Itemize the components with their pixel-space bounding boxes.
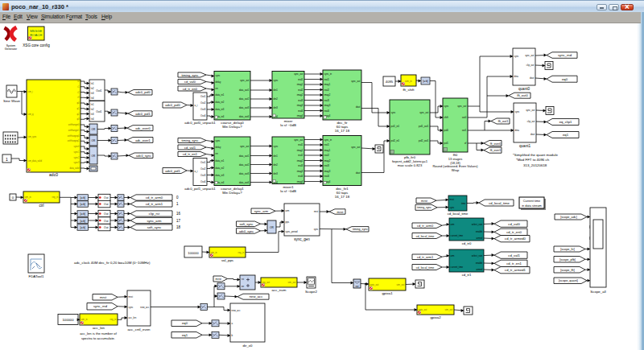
svg-text:mrst: mrst: [337, 210, 345, 214]
svg-text:1: 1: [176, 202, 179, 206]
svg-text:pol0: pol0: [444, 129, 449, 132]
svg-text:Out: Out: [104, 196, 109, 200]
svg-text:mrst: mrst: [129, 295, 134, 299]
svg-text:16_17 18: 16_17 18: [335, 195, 350, 199]
svg-text:shift: shift: [444, 116, 448, 119]
svg-text:adc0_pol1_unpack1: adc0_pol1_unpack1: [184, 187, 216, 191]
svg-text:[scope_adc]: [scope_adc]: [560, 216, 576, 219]
svg-text:eq1: eq1: [563, 133, 569, 137]
svg-text:data_in3: data_in3: [216, 174, 225, 177]
svg-text:data_out1: data_out1: [239, 89, 250, 92]
svg-text:0: 0: [176, 196, 179, 200]
svg-text:sync_out: sync_out: [240, 79, 249, 82]
svg-text:sim_out: sim_out: [445, 308, 453, 311]
svg-text:dout: dout: [530, 76, 535, 80]
svg-text:timing_sync: timing_sync: [181, 138, 198, 142]
svg-text:adc0_pol0: adc0_pol0: [135, 90, 151, 94]
svg-text:Out1: Out1: [200, 161, 206, 164]
svg-text:[a:b]: [a:b]: [80, 196, 85, 200]
svg-text:data_out1: data_out1: [239, 154, 250, 158]
svg-text:en: en: [216, 152, 219, 155]
svg-text:Out4: Out4: [200, 114, 206, 117]
svg-text:Min Delay=?: Min Delay=?: [222, 191, 242, 195]
svg-text:out0: out0: [462, 116, 467, 119]
svg-text:en: en: [242, 285, 245, 288]
svg-text:imag3: imag3: [324, 104, 331, 107]
svg-text:cd_tr_armed1: cd_tr_armed1: [505, 268, 526, 272]
svg-text:max scale 0.823: max scale 0.823: [398, 163, 423, 167]
svg-text:sync_out: sync_out: [419, 111, 428, 114]
svg-text:pol1: pol1: [444, 142, 449, 145]
svg-text:timing_sync: timing_sync: [353, 228, 368, 231]
svg-text:cd_tr_arm1: cd_tr_arm1: [146, 202, 163, 206]
svg-text:17: 17: [176, 219, 181, 223]
svg-text:In2: In2: [91, 108, 94, 111]
svg-text:data_out3: data_out3: [239, 106, 250, 109]
svg-text:dout: dout: [356, 171, 361, 175]
svg-text:val_pps: val_pps: [221, 258, 234, 262]
svg-text:[a:b]: [a:b]: [423, 80, 428, 83]
svg-text:cd_tr0: cd_tr0: [462, 241, 472, 245]
svg-text:Out: Out: [104, 203, 109, 206]
svg-text:cd_tr_en0: cd_tr_en0: [183, 87, 198, 91]
svg-text:mrst: mrst: [216, 278, 222, 281]
svg-text:sim_in: sim_in: [81, 318, 89, 321]
svg-text:adc0_pol1: adc0_pol1: [135, 112, 151, 116]
svg-text:pol2_out1: pol2_out1: [419, 139, 429, 142]
svg-text:gpioa2: gpioa2: [430, 315, 441, 319]
svg-text:sync: sync: [216, 74, 221, 77]
svg-text:cd_local_time: cd_local_time: [448, 212, 469, 216]
svg-text:real1: real1: [298, 78, 303, 81]
svg-text:In3: In3: [91, 92, 94, 95]
svg-text:data_in3: data_in3: [216, 108, 225, 111]
svg-text:sync_out: sync_out: [351, 146, 360, 149]
svg-text:delay: delay: [216, 80, 221, 84]
svg-text:[a:b]: [a:b]: [80, 226, 85, 229]
svg-text:imag1: imag1: [297, 83, 303, 86]
svg-text:sync_out: sync_out: [240, 145, 249, 148]
svg-text:cd_tr_en1: cd_tr_en1: [183, 152, 198, 156]
svg-text:In4: In4: [91, 117, 94, 121]
svg-text:imag2: imag2: [324, 159, 331, 163]
svg-text:current_time: current_time: [451, 234, 464, 237]
svg-text:sync_out: sync_out: [526, 109, 535, 112]
svg-text:Out3: Out3: [200, 108, 206, 111]
svg-text:data_in1: data_in1: [216, 93, 225, 97]
svg-text:eq0: eq0: [182, 321, 188, 325]
svg-text:ovfrfrangeq1: ovfrfrangeq1: [68, 139, 80, 142]
svg-text:select_rate: select_rate: [472, 254, 483, 257]
svg-text:adc0_sync: adc0_sync: [239, 230, 254, 233]
svg-text:[a:b]: [a:b]: [80, 212, 85, 216]
svg-text:*Mod FFT to 4096 ch: *Mod FFT to 4096 ch: [516, 158, 550, 162]
svg-text:In3: In3: [91, 113, 94, 116]
svg-text:dir_x0: dir_x0: [243, 344, 254, 348]
svg-text:acc_cntl_even: acc_cntl_even: [127, 327, 151, 331]
svg-text:rst: rst: [242, 278, 244, 281]
svg-text:select_rate: select_rate: [472, 223, 483, 226]
svg-text:ROACH: ROACH: [30, 33, 42, 37]
svg-text:imag2: imag2: [297, 93, 303, 97]
svg-text:adc0_pol1: adc0_pol1: [165, 169, 180, 173]
svg-text:sim_sync: sim_sync: [28, 135, 38, 138]
svg-text:timing_sync: timing_sync: [417, 206, 431, 209]
svg-text:sync3: sync3: [74, 161, 80, 164]
svg-text:ovfrfrangei0: ovfrfrangei0: [68, 123, 80, 126]
svg-text:spectra to accumulate.: spectra to accumulate.: [81, 336, 115, 340]
svg-text:din1: din1: [274, 154, 279, 158]
svg-text:imag1: imag1: [324, 149, 331, 152]
svg-text:not: not: [355, 285, 358, 288]
svg-text:4095: 4095: [386, 80, 394, 84]
svg-text:acc_len: acc_len: [129, 316, 137, 319]
svg-text:real3: real3: [298, 99, 303, 102]
svg-text:sim_out: sim_out: [288, 281, 296, 284]
svg-text:OR: OR: [270, 226, 275, 229]
svg-text:fft_over1: fft_over1: [490, 149, 502, 152]
svg-text:sync_arm: sync_arm: [254, 209, 269, 213]
svg-text:in data stream: in data stream: [522, 204, 542, 208]
svg-text:100000: 100000: [188, 251, 199, 255]
svg-text:sync_rnd: sync_rnd: [558, 53, 572, 57]
svg-text:pol2_in1: pol2_in1: [391, 139, 400, 142]
svg-text:reg_in: reg_in: [238, 251, 245, 254]
svg-text:din1: din1: [274, 89, 279, 92]
svg-text:eq_clip1: eq_clip1: [559, 120, 572, 124]
